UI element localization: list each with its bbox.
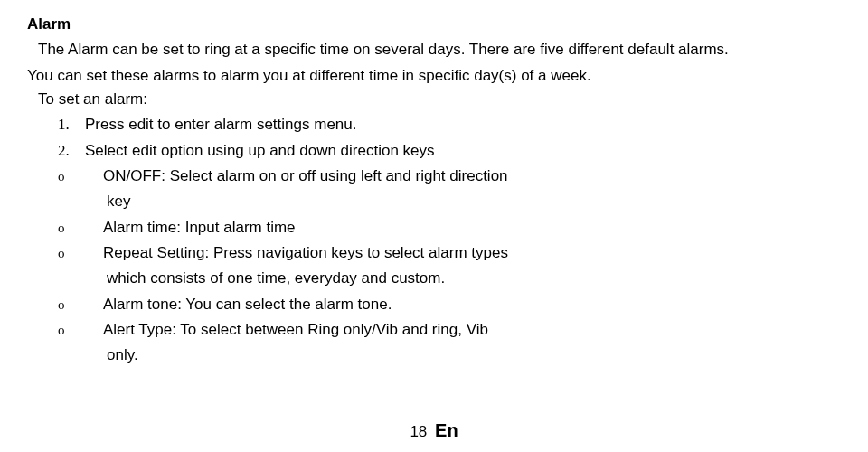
step-1-text: Press edit to enter alarm settings menu. [85, 116, 356, 133]
option-alert-type-cont: only. [107, 344, 841, 367]
step-1-num: 1. [58, 113, 85, 137]
step-2: 2.Select edit option using up and down d… [58, 139, 841, 163]
lang-label: En [435, 420, 458, 440]
step-2-text: Select edit option using up and down dir… [85, 142, 435, 159]
option-tone-text: Alarm tone: You can select the alarm ton… [103, 296, 392, 313]
option-alert-type: oAlert Type: To select between Ring only… [58, 318, 841, 342]
option-repeat-text: Repeat Setting: Press navigation keys to… [103, 244, 508, 261]
subtitle: To set an alarm: [38, 88, 841, 111]
option-alarm-time-text: Alarm time: Input alarm time [103, 219, 296, 236]
intro-line-1: The Alarm can be set to ring at a specif… [38, 38, 841, 61]
option-alert-type-text: Alert Type: To select between Ring only/… [103, 321, 488, 338]
option-repeat: oRepeat Setting: Press navigation keys t… [58, 241, 841, 265]
option-tone: oAlarm tone: You can select the alarm to… [58, 293, 841, 316]
page-number: 18 [410, 423, 427, 440]
option-onoff: oON/OFF: Select alarm on or off using le… [58, 165, 841, 188]
step-2-num: 2. [58, 139, 85, 163]
bullet-icon: o [58, 295, 103, 315]
option-repeat-cont: which consists of one time, everyday and… [107, 267, 841, 290]
bullet-icon: o [58, 166, 103, 187]
bullet-icon: o [58, 243, 103, 264]
step-1: 1.Press edit to enter alarm settings men… [58, 113, 841, 137]
option-onoff-cont: key [107, 190, 841, 213]
bullet-icon: o [58, 218, 103, 239]
intro-line-2: You can set these alarms to alarm you at… [27, 64, 841, 88]
option-alarm-time: oAlarm time: Input alarm time [58, 216, 841, 240]
section-title: Alarm [27, 13, 841, 36]
option-onoff-text: ON/OFF: Select alarm on or off using lef… [103, 167, 508, 184]
page-footer: 18 En [0, 417, 868, 445]
bullet-icon: o [58, 320, 103, 341]
